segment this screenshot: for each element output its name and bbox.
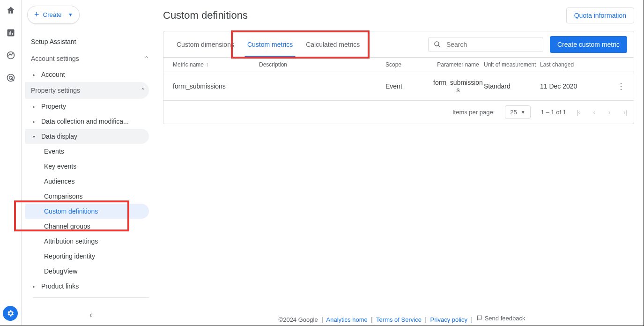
pager-next-icon[interactable]: › — [608, 109, 610, 116]
pager-range: 1 – 1 of 1 — [541, 109, 566, 116]
footer-copyright: ©2024 Google — [279, 316, 318, 323]
page-title: Custom definitions — [163, 9, 248, 22]
sidebar-channel-groups[interactable]: Channel groups — [25, 219, 149, 234]
sidebar-data-collection[interactable]: ▸ Data collection and modifica... — [25, 114, 153, 129]
pager-last-icon[interactable]: ›| — [623, 109, 627, 116]
sidebar-debugview[interactable]: DebugView — [25, 264, 149, 279]
data-display-label: Data display — [41, 133, 77, 140]
search-input[interactable] — [446, 41, 538, 48]
explore-icon[interactable] — [5, 50, 16, 61]
triangle-right-icon: ▸ — [33, 119, 37, 124]
svg-rect-2 — [10, 31, 11, 35]
account-label: Account — [41, 71, 65, 78]
main-content: Custom definitions Quota information Cus… — [160, 0, 644, 326]
tab-custom-metrics[interactable]: Custom metrics — [241, 31, 299, 57]
header-parameter-name[interactable]: Parameter name — [432, 61, 484, 68]
sidebar-property[interactable]: ▸ Property — [25, 99, 153, 114]
pager: Items per page: 25 ▼ 1 – 1 of 1 |‹ ‹ › ›… — [163, 101, 634, 124]
triangle-down-icon: ▾ — [33, 134, 37, 139]
sidebar-account-settings[interactable]: Account settings ⌃ — [25, 50, 153, 67]
reports-icon[interactable] — [5, 27, 16, 38]
sidebar-attribution-settings[interactable]: Attribution settings — [25, 234, 149, 249]
create-button-label: Create — [43, 11, 62, 18]
pager-prev-icon[interactable]: ‹ — [593, 109, 595, 116]
triangle-right-icon: ▸ — [33, 72, 37, 77]
sidebar-product-links[interactable]: ▸ Product links — [25, 279, 153, 294]
svg-point-7 — [435, 42, 439, 46]
sidebar-account[interactable]: ▸ Account — [25, 67, 153, 82]
admin-gear-icon[interactable] — [3, 306, 18, 321]
sidebar-events[interactable]: Events — [25, 144, 149, 159]
advertising-icon[interactable] — [5, 72, 16, 83]
sidebar-divider — [33, 297, 149, 298]
cell-scope: Event — [385, 82, 432, 90]
create-button[interactable]: + Create ▼ — [27, 6, 80, 24]
footer: ©2024 Google | Analytics home | Terms of… — [160, 315, 644, 323]
chevron-up-icon: ⌃ — [141, 87, 145, 94]
sidebar-data-display[interactable]: ▾ Data display — [25, 129, 149, 144]
table-header: Metric name↑ Description Scope Parameter… — [163, 58, 634, 72]
triangle-right-icon: ▸ — [33, 284, 37, 289]
definitions-panel: Custom dimensions Custom metrics Calcula… — [163, 31, 634, 124]
quota-information-button[interactable]: Quota information — [566, 7, 634, 23]
footer-analytics-home-link[interactable]: Analytics home — [326, 316, 368, 323]
tab-custom-dimensions[interactable]: Custom dimensions — [170, 31, 241, 57]
footer-terms-link[interactable]: Terms of Service — [376, 316, 422, 323]
sidebar-property-settings[interactable]: Property settings ⌃ — [25, 82, 149, 99]
svg-rect-1 — [8, 32, 9, 35]
header-metric-name[interactable]: Metric name↑ — [170, 61, 259, 68]
cell-last-changed: 11 Dec 2020 — [540, 82, 606, 90]
cell-unit: Standard — [484, 82, 540, 90]
dropdown-caret-icon: ▼ — [521, 110, 526, 115]
sidebar-custom-definitions[interactable]: Custom definitions — [25, 204, 149, 219]
property-label: Property — [41, 103, 66, 110]
pager-first-icon[interactable]: |‹ — [577, 109, 580, 116]
sidebar-setup-assistant[interactable]: Setup Assistant — [25, 33, 153, 50]
header-scope[interactable]: Scope — [385, 61, 432, 68]
sidebar-audiences[interactable]: Audiences — [25, 174, 149, 189]
table-row: form_submissions Event form_submissions … — [163, 72, 634, 101]
triangle-right-icon: ▸ — [33, 104, 37, 109]
items-per-page-select[interactable]: 25 ▼ — [505, 105, 530, 119]
header-unit[interactable]: Unit of measurement — [484, 61, 540, 68]
sidebar-key-events[interactable]: Key events — [25, 159, 149, 174]
chevron-up-icon: ⌃ — [144, 55, 149, 62]
cell-parameter: form_submissions — [432, 79, 484, 94]
sidebar-comparisons[interactable]: Comparisons — [25, 189, 149, 204]
tab-calculated-metrics[interactable]: Calculated metrics — [299, 31, 366, 57]
account-settings-label: Account settings — [31, 55, 79, 62]
data-collection-label: Data collection and modifica... — [41, 118, 129, 125]
property-settings-label: Property settings — [31, 87, 80, 94]
caret-down-icon: ▼ — [68, 12, 73, 17]
sidebar-reporting-identity[interactable]: Reporting identity — [25, 249, 149, 264]
collapse-sidebar-icon[interactable]: ‹ — [89, 310, 92, 320]
search-box[interactable] — [428, 37, 543, 52]
items-per-page-label: Items per page: — [452, 109, 495, 116]
sidebar: + Create ▼ Setup Assistant Account setti… — [22, 0, 160, 326]
footer-send-feedback[interactable]: Send feedback — [476, 315, 526, 322]
home-icon[interactable] — [5, 5, 16, 16]
feedback-icon — [476, 315, 483, 321]
cell-metric-name: form_submissions — [170, 82, 259, 90]
header-description[interactable]: Description — [259, 61, 385, 68]
product-links-label: Product links — [41, 282, 79, 290]
tabs: Custom dimensions Custom metrics Calcula… — [170, 31, 366, 57]
plus-icon: + — [34, 10, 39, 20]
svg-rect-3 — [12, 33, 13, 35]
row-menu-icon[interactable]: ⋮ — [617, 82, 625, 91]
footer-privacy-link[interactable]: Privacy policy — [430, 316, 467, 323]
sort-arrow-up-icon: ↑ — [206, 61, 208, 68]
items-per-page-value: 25 — [510, 109, 517, 116]
create-custom-metric-button[interactable]: Create custom metric — [550, 36, 627, 53]
header-last-changed[interactable]: Last changed — [540, 61, 606, 68]
search-icon — [433, 40, 442, 49]
icon-rail — [0, 0, 22, 326]
